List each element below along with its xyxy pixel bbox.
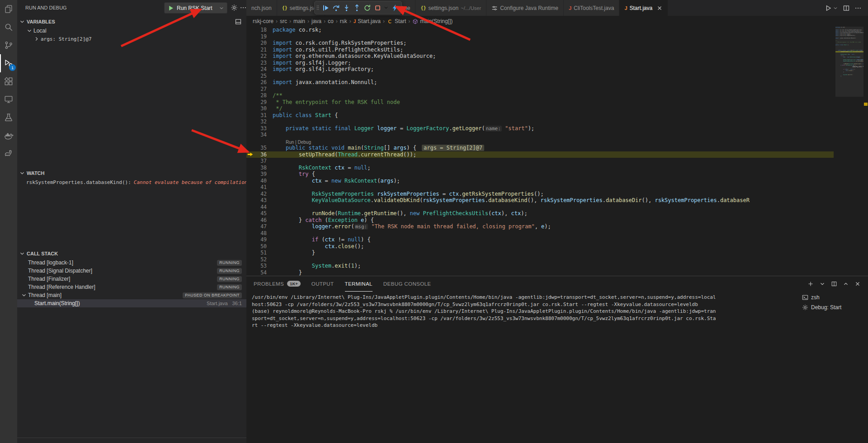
- breakpoint-margin[interactable]: [246, 210, 254, 217]
- line-gutter[interactable]: 44: [246, 204, 273, 211]
- line-gutter[interactable]: 51: [246, 250, 273, 256]
- line-gutter[interactable]: 23: [246, 60, 273, 66]
- tab-clitoolstest-java[interactable]: JCliToolsTest.java: [564, 0, 620, 16]
- code-line[interactable]: 29 * The entrypoint for the RSK full nod…: [246, 99, 834, 106]
- line-gutter[interactable]: 38: [246, 165, 273, 171]
- code-line[interactable]: 20import co.rsk.config.RskSystemProperti…: [246, 40, 834, 47]
- line-gutter[interactable]: 25: [246, 73, 273, 80]
- line-gutter[interactable]: 26: [246, 79, 273, 86]
- minimap[interactable]: package co.rsk;import co.rsk.config.RskS…: [835, 27, 863, 276]
- breadcrumb-item-main-string[interactable]: main(String[]): [412, 18, 453, 24]
- line-gutter[interactable]: 29: [246, 99, 273, 106]
- callstack-thread-thread-signal-dispatcher[interactable]: Thread [Signal Dispatcher]RUNNING: [17, 267, 246, 275]
- activity-source-control-icon[interactable]: [0, 36, 17, 54]
- breadcrumb-item-co[interactable]: co: [328, 18, 334, 24]
- code-line[interactable]: 47 logger.error(msg: "The RSK node main …: [246, 223, 834, 230]
- line-gutter[interactable]: 46: [246, 217, 273, 224]
- panel-tab-output[interactable]: OUTPUT: [311, 276, 334, 292]
- activity-testing-icon[interactable]: [0, 108, 17, 127]
- activity-extensions-icon[interactable]: [0, 72, 17, 90]
- chevron-down-icon[interactable]: [833, 5, 838, 11]
- callstack-thread-thread-finalizer[interactable]: Thread [Finalizer]RUNNING: [17, 275, 246, 283]
- code-line[interactable]: 31public class Start {: [246, 112, 834, 119]
- breakpoint-margin[interactable]: [246, 33, 254, 40]
- watch-section-header[interactable]: WATCH: [17, 168, 246, 178]
- breakpoint-margin[interactable]: [246, 263, 254, 269]
- breakpoint-margin[interactable]: [246, 40, 254, 47]
- tab-configure-java-runtime[interactable]: Configure Java Runtime: [486, 0, 564, 16]
- breakpoint-margin[interactable]: [246, 184, 254, 191]
- panel-tab-debug-console[interactable]: DEBUG CONSOLE: [383, 276, 431, 292]
- breadcrumb-item-start[interactable]: Start: [387, 18, 406, 24]
- code-line[interactable]: 45 runNode(Runtime.getRuntime(), new Pre…: [246, 210, 834, 217]
- split-icon[interactable]: [831, 281, 837, 287]
- tab-start-java[interactable]: JStart.java: [619, 0, 668, 16]
- code-line[interactable]: 24import org.slf4j.LoggerFactory;: [246, 66, 834, 73]
- start-debugging-icon[interactable]: [167, 5, 175, 12]
- activity-search-icon[interactable]: [0, 18, 17, 36]
- breakpoint-margin[interactable]: [246, 171, 254, 178]
- line-gutter[interactable]: 37: [246, 158, 273, 165]
- breakpoint-margin[interactable]: [246, 191, 254, 198]
- breakpoint-margin[interactable]: [246, 27, 254, 33]
- line-gutter[interactable]: 45: [246, 210, 273, 217]
- breakpoint-margin[interactable]: [246, 73, 254, 80]
- line-gutter[interactable]: 28: [246, 92, 273, 99]
- line-gutter[interactable]: 41: [246, 184, 273, 191]
- breakpoint-margin[interactable]: [246, 60, 254, 66]
- close-icon[interactable]: [656, 5, 663, 11]
- breakpoint-margin[interactable]: [246, 158, 254, 165]
- terminal-session-debug-start[interactable]: Debug: Start: [798, 302, 866, 312]
- code-line[interactable]: 54 }: [246, 269, 834, 276]
- line-gutter[interactable]: 32: [246, 118, 273, 125]
- breakpoint-margin[interactable]: [246, 53, 254, 60]
- breakpoint-margin[interactable]: [246, 269, 254, 276]
- breakpoint-margin[interactable]: [246, 86, 254, 93]
- activity-remote-explorer-icon[interactable]: [0, 90, 17, 108]
- more-actions-icon[interactable]: [854, 5, 862, 12]
- line-gutter[interactable]: 21: [246, 47, 273, 53]
- panel-tab-problems[interactable]: PROBLEMS1K+: [254, 276, 301, 292]
- step-out-button[interactable]: [352, 2, 362, 13]
- code-line[interactable]: 27: [246, 86, 834, 93]
- line-gutter[interactable]: 42: [246, 191, 273, 198]
- code-line[interactable]: 23import org.slf4j.Logger;: [246, 60, 834, 66]
- code-line[interactable]: 44: [246, 204, 834, 211]
- call-stack-section-header[interactable]: CALL STACK: [17, 249, 246, 259]
- breakpoint-margin[interactable]: [246, 66, 254, 73]
- code-line[interactable]: 18package co.rsk;: [246, 27, 834, 33]
- breakpoint-margin[interactable]: [246, 217, 254, 224]
- callstack-frame[interactable]: Start.main(String[])Start.java36:1: [17, 299, 246, 307]
- breakpoint-margin[interactable]: [246, 79, 254, 86]
- chevron-up-icon[interactable]: [843, 281, 849, 287]
- activity-docker-icon[interactable]: [0, 127, 17, 145]
- line-gutter[interactable]: 50: [246, 243, 273, 250]
- activity-gradle-icon[interactable]: [0, 145, 17, 163]
- breakpoint-margin[interactable]: [246, 236, 254, 243]
- chevron-down-icon[interactable]: [819, 281, 826, 287]
- callstack-thread-thread-logback-1[interactable]: Thread [logback-1]RUNNING: [17, 259, 246, 267]
- breadcrumb-item-rskj-core[interactable]: rskj-core: [253, 18, 274, 24]
- code-line[interactable]: 36 setUpThread(Thread.currentThread());: [246, 151, 834, 158]
- panel-icon[interactable]: [235, 18, 242, 25]
- line-gutter[interactable]: 18: [246, 27, 273, 33]
- step-over-button[interactable]: [331, 2, 341, 13]
- stop-button[interactable]: [373, 2, 382, 13]
- tab-settings-json[interactable]: {}settings.json~/.../User: [415, 0, 486, 16]
- code-line[interactable]: 22import org.ethereum.datasource.KeyValu…: [246, 53, 834, 60]
- code-line[interactable]: 19: [246, 33, 834, 40]
- line-gutter[interactable]: 35: [246, 145, 273, 151]
- line-gutter[interactable]: 52: [246, 256, 273, 263]
- breadcrumb-item-start-java[interactable]: JStart.java: [354, 18, 381, 24]
- line-gutter[interactable]: 49: [246, 236, 273, 243]
- line-gutter[interactable]: 33: [246, 125, 273, 132]
- line-gutter[interactable]: 34: [246, 132, 273, 138]
- code-line[interactable]: 37: [246, 158, 834, 165]
- code-editor[interactable]: 18package co.rsk;1920import co.rsk.confi…: [246, 27, 868, 276]
- codelens-run-debug[interactable]: Run | Debug: [286, 140, 311, 145]
- line-gutter[interactable]: 48: [246, 230, 273, 237]
- ellipsis-icon[interactable]: [240, 4, 246, 11]
- line-gutter[interactable]: 27: [246, 86, 273, 93]
- breakpoint-margin[interactable]: [246, 243, 254, 250]
- debug-config-dropdown[interactable]: Run RSK Start: [164, 2, 227, 14]
